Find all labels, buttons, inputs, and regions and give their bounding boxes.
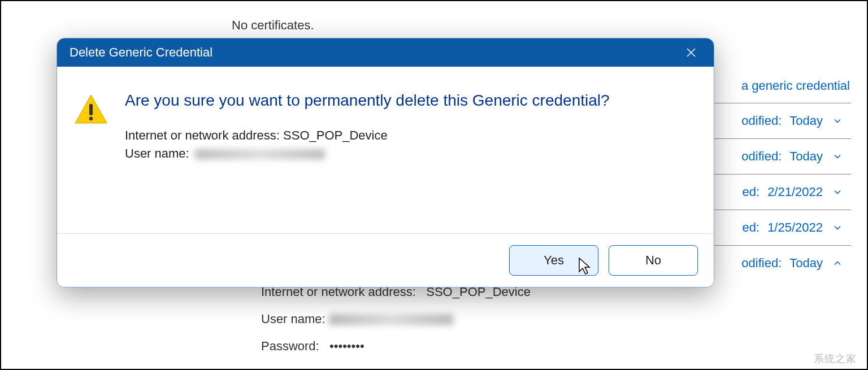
credential-row[interactable]: odified: Today bbox=[693, 138, 851, 174]
chevron-up-icon[interactable] bbox=[831, 256, 844, 270]
dialog-titlebar[interactable]: Delete Generic Credential bbox=[57, 38, 714, 67]
warning-icon bbox=[73, 92, 109, 128]
modified-value: Today bbox=[789, 149, 823, 164]
dialog-address-label: Internet or network address: bbox=[125, 128, 280, 142]
password-value-masked: •••••••• bbox=[329, 339, 364, 353]
chevron-down-icon[interactable] bbox=[831, 114, 844, 128]
svg-rect-0 bbox=[89, 104, 93, 115]
chevron-down-icon[interactable] bbox=[831, 150, 844, 163]
dialog-username-label: User name: bbox=[125, 146, 189, 160]
yes-button[interactable]: Yes bbox=[509, 245, 598, 276]
svg-point-1 bbox=[89, 117, 93, 120]
chevron-down-icon[interactable] bbox=[831, 185, 844, 199]
dialog-username-redacted bbox=[195, 149, 325, 159]
close-button[interactable] bbox=[679, 40, 704, 65]
chevron-down-icon[interactable] bbox=[831, 221, 844, 234]
delete-credential-dialog: Delete Generic Credential Are you sure y… bbox=[57, 38, 714, 288]
modified-label: ed: bbox=[743, 185, 760, 199]
modified-value: Today bbox=[789, 256, 823, 271]
username-value-redacted bbox=[329, 314, 453, 325]
watermark: 系统之家 bbox=[814, 352, 857, 365]
modified-label: odified: bbox=[741, 149, 782, 164]
modified-value: 1/25/2022 bbox=[767, 220, 823, 235]
dialog-address-value: SSO_POP_Device bbox=[283, 128, 388, 142]
credential-row[interactable]: ed: 1/25/2022 bbox=[693, 210, 851, 245]
modified-value: Today bbox=[789, 114, 823, 128]
credential-details: Internet or network address: SSO_POP_Dev… bbox=[261, 285, 531, 366]
modified-value: 2/21/2022 bbox=[767, 185, 823, 199]
password-label: Password: bbox=[261, 339, 319, 353]
dialog-title: Delete Generic Credential bbox=[70, 45, 212, 60]
credential-row[interactable]: ed: 2/21/2022 bbox=[693, 174, 851, 210]
modified-label: ed: bbox=[743, 220, 760, 235]
modified-label: odified: bbox=[741, 256, 782, 271]
add-generic-credential-link[interactable]: a generic credential bbox=[741, 79, 850, 93]
dialog-main-instruction: Are you sure you want to permanently del… bbox=[125, 89, 691, 111]
modified-label: odified: bbox=[741, 114, 782, 128]
credential-list: odified: Today odified: Today ed: 2/21/2… bbox=[693, 103, 851, 281]
dialog-button-bar: Yes No bbox=[57, 233, 714, 287]
username-label: User name: bbox=[261, 312, 326, 326]
close-icon bbox=[684, 46, 698, 59]
no-button[interactable]: No bbox=[609, 245, 698, 276]
credential-row[interactable]: odified: Today bbox=[693, 245, 851, 281]
credential-row[interactable]: odified: Today bbox=[693, 103, 851, 138]
no-certificates-text: No certificates. bbox=[232, 18, 314, 33]
